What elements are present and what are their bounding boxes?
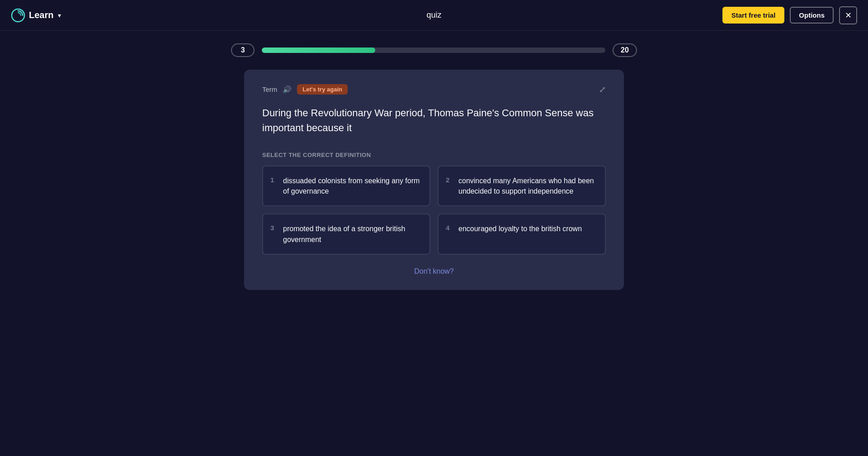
- option-2[interactable]: 2 convinced many Americans who had been …: [438, 166, 606, 206]
- option-1[interactable]: 1 dissuaded colonists from seeking any f…: [262, 166, 430, 206]
- option-2-text: convinced many Americans who had been un…: [458, 176, 596, 196]
- header-actions: Start free trial Options ✕: [722, 6, 857, 24]
- select-definition-label: Select the correct definition: [262, 152, 606, 158]
- close-button[interactable]: ✕: [839, 6, 857, 24]
- progress-total: 20: [613, 43, 637, 57]
- learn-nav[interactable]: Learn ▾: [11, 8, 61, 23]
- progress-current: 3: [231, 43, 255, 57]
- options-button[interactable]: Options: [790, 7, 834, 24]
- chevron-down-icon: ▾: [58, 12, 61, 19]
- expand-icon[interactable]: ⤢: [599, 85, 606, 95]
- quiz-container: Term 🔊 Let's try again ⤢ During the Revo…: [0, 70, 868, 290]
- progress-bar-fill: [262, 48, 375, 53]
- card-header-left: Term 🔊 Let's try again: [262, 84, 348, 95]
- start-trial-button[interactable]: Start free trial: [722, 7, 785, 24]
- progress-area: 3 20: [0, 31, 868, 70]
- try-again-badge: Let's try again: [297, 84, 348, 95]
- option-3-text: promoted the idea of a stronger british …: [283, 223, 420, 244]
- term-label: Term: [262, 86, 277, 93]
- card-header: Term 🔊 Let's try again ⤢: [262, 84, 606, 95]
- dont-know-link[interactable]: Don't know?: [262, 267, 606, 276]
- option-4[interactable]: 4 encouraged loyalty to the british crow…: [438, 214, 606, 254]
- logo-icon: [11, 8, 25, 23]
- option-3-number: 3: [270, 223, 277, 232]
- option-4-text: encouraged loyalty to the british crown: [458, 223, 582, 234]
- audio-icon[interactable]: 🔊: [283, 85, 292, 94]
- progress-bar: [262, 48, 605, 53]
- option-3[interactable]: 3 promoted the idea of a stronger britis…: [262, 214, 430, 254]
- option-1-number: 1: [270, 176, 277, 184]
- options-grid: 1 dissuaded colonists from seeking any f…: [262, 166, 606, 255]
- option-2-number: 2: [446, 176, 452, 184]
- option-1-text: dissuaded colonists from seeking any for…: [283, 176, 420, 196]
- option-4-number: 4: [446, 223, 452, 232]
- page-title: quiz: [426, 10, 441, 20]
- app-header: Learn ▾ quiz Start free trial Options ✕: [0, 0, 868, 31]
- question-text: During the Revolutionary War period, Tho…: [262, 105, 606, 135]
- quiz-card: Term 🔊 Let's try again ⤢ During the Revo…: [244, 70, 624, 290]
- learn-label: Learn: [29, 10, 53, 20]
